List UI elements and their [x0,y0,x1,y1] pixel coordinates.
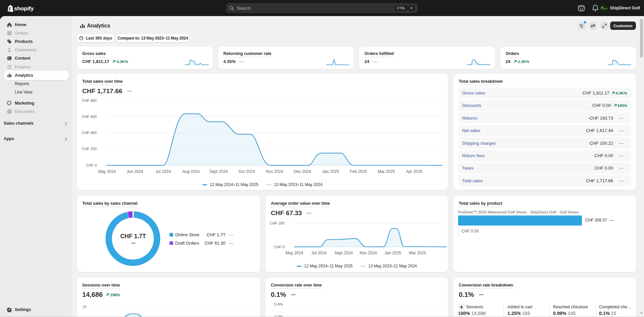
svg-text:0.4%: 0.4% [275,302,283,306]
svg-text:Jul 2024: Jul 2024 [311,251,327,255]
svg-text:Feb 2025: Feb 2025 [350,169,367,174]
svg-text:CHF 0: CHF 0 [274,245,285,249]
svg-text:Nov 2024: Nov 2024 [266,169,283,174]
svg-text:Jan 2025: Jan 2025 [322,169,339,174]
svg-text:May 2024: May 2024 [286,251,303,255]
svg-text:Apr 2025: Apr 2025 [406,169,423,174]
svg-text:shopify: shopify [14,5,34,12]
svg-text:Jul 2024: Jul 2024 [155,169,171,174]
svg-text:GOLF: GOLF [603,8,607,10]
svg-text:CHF 800: CHF 800 [82,99,97,103]
svg-text:Jun 2024: Jun 2024 [127,169,143,174]
svg-text:CHF 600: CHF 600 [82,115,97,119]
svg-text:Nov 2024: Nov 2024 [360,251,377,255]
svg-text:Sept 2024: Sept 2024 [334,251,353,255]
svg-text:Aug 2024: Aug 2024 [182,169,200,174]
svg-text:3T: 3T [83,305,87,309]
svg-text:CHF 200: CHF 200 [270,221,285,225]
svg-text:Mar 2025: Mar 2025 [409,251,426,255]
svg-text:May 2024: May 2024 [98,169,116,174]
svg-text:CHF 400: CHF 400 [82,131,97,135]
svg-text:Oct 2024: Oct 2024 [239,169,255,174]
svg-text:Dec 2024: Dec 2024 [294,169,311,174]
svg-text:CHF 0: CHF 0 [86,163,97,167]
svg-text:Jan 2025: Jan 2025 [385,251,401,255]
svg-text:CHF 200: CHF 200 [82,147,97,151]
svg-text:Sept 2024: Sept 2024 [209,169,228,174]
svg-text:Mar 2025: Mar 2025 [378,169,395,174]
